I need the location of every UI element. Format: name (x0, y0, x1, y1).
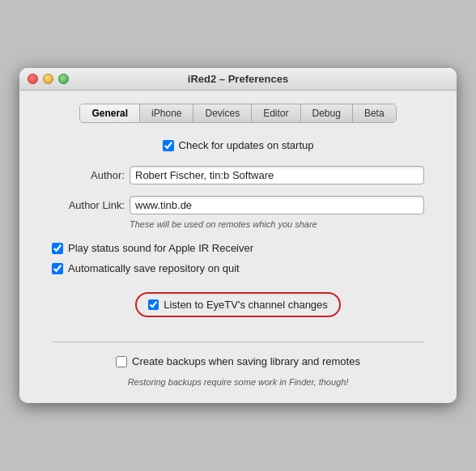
auto-save-row: Automatically save repository on quit (52, 262, 424, 274)
tab-editor[interactable]: Editor (252, 104, 300, 122)
general-section: Check for updates on startup Author: Aut… (36, 139, 440, 387)
check-updates-checkbox[interactable] (163, 140, 174, 151)
section-divider (52, 342, 424, 342)
author-link-label: Author Link: (52, 199, 125, 211)
auto-save-checkbox[interactable] (52, 263, 63, 274)
auto-save-label: Automatically save repository on quit (68, 262, 240, 274)
author-row: Author: (52, 166, 424, 185)
backups-checkbox[interactable] (116, 356, 127, 367)
traffic-lights (28, 74, 69, 84)
hint-text: These will be used on remotes which you … (130, 219, 424, 229)
author-input[interactable] (130, 166, 424, 185)
eyetv-label: Listen to EyeTV's channel changes (164, 299, 328, 311)
preferences-window: iRed2 – Preferences General iPhone Devic… (19, 68, 457, 403)
author-label: Author: (52, 169, 125, 181)
tab-bar: General iPhone Devices Editor Debug Beta (79, 104, 396, 123)
play-status-checkbox[interactable] (52, 243, 63, 254)
author-link-input[interactable] (130, 196, 424, 214)
tab-beta[interactable]: Beta (353, 104, 396, 122)
play-status-label: Play status sound for Apple IR Receiver (68, 242, 253, 254)
check-updates-row: Check for updates on startup (52, 139, 424, 151)
minimize-button[interactable] (43, 74, 53, 84)
maximize-button[interactable] (58, 74, 69, 84)
tab-iphone[interactable]: iPhone (140, 104, 193, 122)
window-title: iRed2 – Preferences (188, 73, 288, 85)
check-updates-label: Check for updates on startup (179, 139, 314, 151)
tab-general[interactable]: General (80, 104, 140, 122)
eyetv-checkbox[interactable] (148, 299, 159, 310)
window-content: General iPhone Devices Editor Debug Beta… (19, 91, 457, 403)
backups-label: Create backups when saving library and r… (132, 355, 360, 367)
eyetv-row: Listen to EyeTV's channel changes (135, 292, 341, 317)
play-status-row: Play status sound for Apple IR Receiver (52, 242, 424, 254)
titlebar: iRed2 – Preferences (19, 68, 457, 91)
eyetv-section: Listen to EyeTV's channel changes (52, 289, 424, 320)
backups-row: Create backups when saving library and r… (52, 355, 424, 367)
backups-note: Restoring backups require some work in F… (52, 377, 424, 387)
tab-devices[interactable]: Devices (193, 104, 252, 122)
close-button[interactable] (28, 74, 38, 84)
author-link-row: Author Link: (52, 196, 424, 214)
tab-debug[interactable]: Debug (301, 104, 353, 122)
